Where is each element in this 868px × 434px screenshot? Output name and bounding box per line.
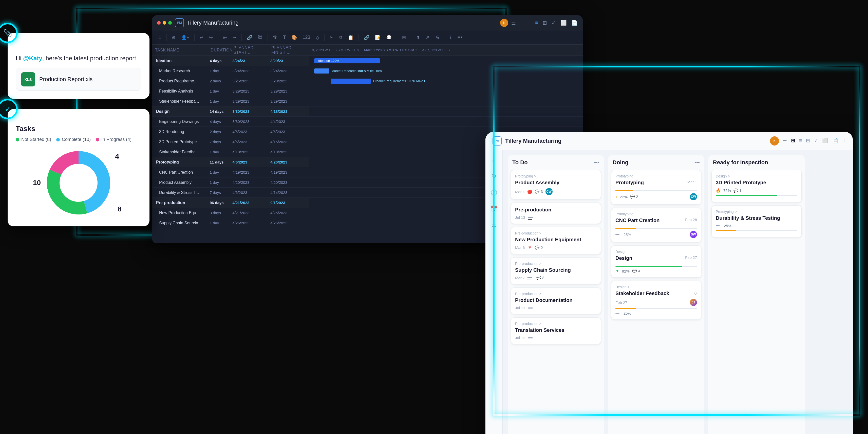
gantt-row-ideation[interactable]: Ideation 4 days 3/24/23 3/29/23 bbox=[152, 56, 309, 66]
kanban-card-supply-chain[interactable]: Pre-production > Supply Chain Sourcing M… bbox=[511, 257, 601, 284]
gantt-row-product-req[interactable]: Product Requireme... 2 days 3/25/2023 3/… bbox=[152, 76, 309, 86]
kanban-card-cnc[interactable]: Prototyping CNC Part Creation Feb 28 25% bbox=[611, 208, 701, 242]
card-meta: 25% bbox=[716, 224, 797, 228]
row-finish: 4/26/2023 bbox=[268, 221, 309, 225]
gantt-row-design[interactable]: Design 14 days 3/30/2023 4/18/2023 bbox=[152, 107, 309, 117]
add-icon[interactable]: ⊕ bbox=[170, 35, 177, 40]
gantt-table-header: TASK NAME DURATION PLANNED START... PLAN… bbox=[152, 45, 309, 56]
gantt-row-new-equip[interactable]: New Production Equ... 3 days 4/21/2023 4… bbox=[152, 208, 309, 218]
row-dur: 4 days bbox=[208, 59, 230, 63]
kanban-card-3d-prototype[interactable]: Design > 3D Printed Prototype 🔥 75% 💬 1 bbox=[711, 170, 802, 202]
user-add-icon[interactable]: 👤+ bbox=[180, 35, 191, 40]
gantt-row-eng-drawings[interactable]: Engineering Drawings 4 days 3/30/2023 4/… bbox=[152, 117, 309, 127]
kanban-view-icon[interactable]: ⊞ bbox=[791, 138, 795, 144]
row-start: 4/6/2023 bbox=[230, 191, 269, 195]
row-finish: 4/25/2023 bbox=[268, 211, 309, 215]
gantt-row-feasibility[interactable]: Feasibility Analysis 1 day 3/29/2023 3/2… bbox=[152, 86, 309, 96]
gantt-row-stakeholder2[interactable]: Stakeholder Feedba... 1 day 4/18/2023 4/… bbox=[152, 147, 309, 157]
columns2-icon[interactable]: ⊞ bbox=[401, 35, 407, 40]
undo-icon[interactable]: ↩ bbox=[198, 35, 205, 40]
unlink-icon[interactable]: ⛓ bbox=[256, 35, 264, 40]
gantt-titlebar: PM Tillery Manufacturing K ☰ ⋮⋮ ≡ ⊞ ✓ ⬜ … bbox=[152, 15, 583, 30]
file-name: Production Report.xls bbox=[39, 76, 92, 83]
kanban-card-new-equipment[interactable]: Pre-production > New Production Equipmen… bbox=[511, 227, 601, 254]
kanban-check-icon[interactable]: ✓ bbox=[814, 138, 818, 144]
outdent-icon[interactable]: ⇤ bbox=[222, 35, 228, 40]
kanban-card-stakeholder-feedback[interactable]: Design > Stakeholder Feedback ◇ Feb 27 J… bbox=[611, 281, 701, 320]
pm-logo: PM bbox=[175, 18, 184, 27]
kanban-filter-icon[interactable]: ≡ bbox=[799, 138, 802, 144]
gantt-row-durability[interactable]: Durability & Stress T... 7 days 4/6/2023… bbox=[152, 187, 309, 198]
window-icon[interactable]: ⬜ bbox=[560, 20, 567, 26]
menu-icon[interactable]: ☰ bbox=[511, 20, 516, 26]
dot-green bbox=[168, 21, 172, 25]
row-finish: 3/24/2023 bbox=[268, 69, 309, 73]
note-icon[interactable]: 📝 bbox=[373, 35, 382, 40]
home-icon[interactable]: ⌂ bbox=[157, 35, 163, 40]
priority-up-icon: ↑ bbox=[615, 195, 617, 199]
row-dur: 3 days bbox=[208, 211, 230, 215]
kanban-card-preproduction[interactable]: Pre-production Jul 13 — bbox=[511, 203, 601, 224]
link2-icon[interactable]: 🔗 bbox=[362, 35, 371, 40]
gantt-row-3d-rendering[interactable]: 3D Rendering 2 days 4/5/2023 4/6/2023 bbox=[152, 127, 309, 137]
gantt-row-supply-chain[interactable]: Supply Chain Sourcin... 1 day 4/26/2023 … bbox=[152, 218, 309, 228]
kanban-card-product-doc[interactable]: Pre-production > Product Documentation J… bbox=[511, 287, 601, 314]
shape-icon[interactable]: ◇ bbox=[314, 35, 321, 40]
row-dur: 1 day bbox=[208, 180, 230, 184]
check-icon[interactable]: ✓ bbox=[552, 20, 556, 26]
doc-icon[interactable]: 📄 bbox=[571, 20, 578, 26]
gantt-row-cnc[interactable]: CNC Part Creation 1 day 4/19/2023 4/19/2… bbox=[152, 167, 309, 177]
row-finish: 4/18/2023 bbox=[268, 150, 309, 154]
copy-icon[interactable]: ⧉ bbox=[338, 35, 344, 40]
export-icon[interactable]: ⬆ bbox=[415, 35, 422, 40]
card-progress-bar bbox=[615, 190, 697, 191]
kanban-doc-icon[interactable]: 📄 bbox=[832, 138, 838, 144]
more-icon[interactable]: ••• bbox=[456, 35, 464, 40]
card-percent: 82% bbox=[622, 269, 629, 273]
gantt-row-3d-prototype[interactable]: 3D Printed Prototype 7 days 4/5/2023 4/1… bbox=[152, 137, 309, 147]
print-icon[interactable]: 🖨 bbox=[433, 35, 441, 40]
gantt-row-preproduction[interactable]: Pre-production 96 days 4/21/2023 9/1/202… bbox=[152, 198, 309, 208]
kanban-menu-icon[interactable]: ☰ bbox=[783, 138, 787, 144]
redo-icon[interactable]: ↪ bbox=[208, 35, 214, 40]
delete-icon[interactable]: 🗑 bbox=[271, 35, 279, 40]
todo-more-icon[interactable]: ••• bbox=[594, 160, 599, 166]
share-icon[interactable]: ↗ bbox=[424, 35, 431, 40]
columns-icon[interactable]: ⋮⋮ bbox=[520, 20, 530, 26]
text-icon[interactable]: T bbox=[281, 35, 287, 40]
card-date: Mar 7 bbox=[515, 276, 525, 280]
chat-icon[interactable]: 💬 bbox=[384, 35, 393, 40]
doing-more-icon[interactable]: ••• bbox=[694, 160, 700, 166]
card-date: Jul 11 bbox=[515, 306, 525, 310]
kanban-card-product-assembly[interactable]: Prototyping > Product Assembly Mar 1 🔴 💬… bbox=[511, 170, 601, 200]
kanban-grid-icon[interactable]: ⊟ bbox=[806, 138, 810, 144]
link-icon[interactable]: 🔗 bbox=[245, 35, 254, 40]
gantt-row-prototyping[interactable]: Prototyping 11 days 4/6/2023 4/20/2023 bbox=[152, 157, 309, 167]
info-icon[interactable]: ℹ bbox=[448, 35, 453, 40]
kanban-window2-icon[interactable]: ⬜ bbox=[822, 138, 828, 144]
num-icon[interactable]: 123 bbox=[301, 35, 312, 40]
row-name: Ideation bbox=[152, 59, 208, 63]
card-title: New Production Equipment bbox=[515, 237, 597, 242]
kanban-card-durability[interactable]: Prototyping > Durability & Stress Testin… bbox=[711, 205, 802, 237]
gantt-row-market-research[interactable]: Market Research 1 day 3/24/2023 3/24/202… bbox=[152, 66, 309, 76]
kanban-card-design[interactable]: Design Design Feb 27 ▼ 82% � bbox=[611, 245, 701, 278]
filter-icon[interactable]: ≡ bbox=[535, 20, 538, 26]
gantt-row-stakeholder1[interactable]: Stakeholder Feedba... 1 day 3/29/2023 3/… bbox=[152, 96, 309, 107]
grid-icon[interactable]: ⊞ bbox=[543, 20, 547, 26]
paint-icon[interactable]: 🎨 bbox=[290, 35, 299, 40]
row-dur: 1 day bbox=[208, 69, 230, 73]
kanban-add-icon[interactable]: + bbox=[842, 138, 846, 144]
kanban-card-translation[interactable]: Pre-production > Translation Services Ju… bbox=[511, 317, 601, 344]
card-progress-fill bbox=[615, 190, 633, 191]
row-start: 4/5/2023 bbox=[230, 140, 269, 144]
paste-icon[interactable]: 📋 bbox=[346, 35, 355, 40]
kanban-card-prototyping[interactable]: Prototyping Prototyping Mar 1 ↑ 22% bbox=[611, 170, 701, 205]
gantt-row-assembly[interactable]: Product Assembly 1 day 4/20/2023 4/20/20… bbox=[152, 177, 309, 187]
row-start: 4/21/2023 bbox=[230, 211, 269, 215]
card-percent: 75% bbox=[723, 189, 731, 193]
scissors-icon[interactable]: ✂ bbox=[328, 35, 335, 40]
indent-icon[interactable]: ⇥ bbox=[231, 35, 238, 40]
card-avatar-jj: JJ bbox=[690, 299, 697, 306]
card-breadcrumb: Design bbox=[615, 250, 697, 254]
